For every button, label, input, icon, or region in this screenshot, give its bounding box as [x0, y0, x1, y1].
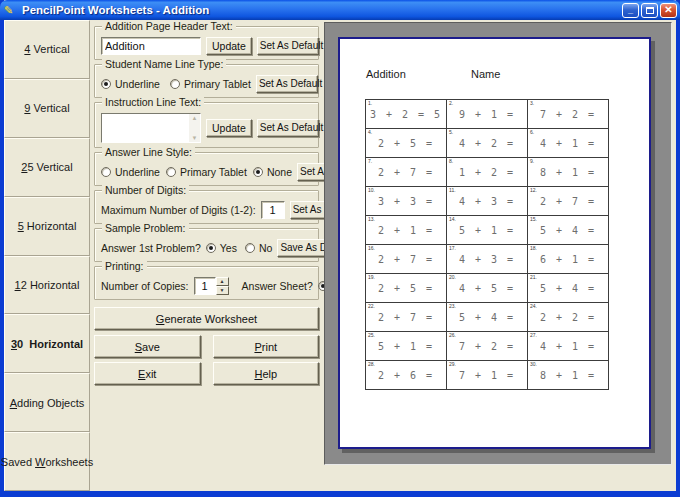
problem-number: 23.: [449, 303, 456, 309]
answer-first-problem-label: Answer 1st Problem?: [101, 242, 201, 254]
copies-label: Number of Copies:: [101, 280, 189, 292]
window-title: PencilPoint Worksheets - Addition: [22, 4, 622, 16]
problem-expression: 4 + 1 =: [540, 138, 596, 149]
problem-number: 24.: [530, 303, 537, 309]
radio-no[interactable]: No: [245, 242, 272, 254]
sidebar-item-label: 2 Horizontal: [21, 279, 80, 291]
copies-input[interactable]: [194, 277, 216, 295]
spinner-up-button[interactable]: ▲: [216, 277, 229, 286]
problem-expression: 8 + 1 =: [540, 370, 596, 381]
button-label: enerate Worksheet: [164, 313, 257, 325]
radio-primary-tablet[interactable]: Primary Tablet: [170, 78, 251, 90]
problem-expression: 5 + 1 =: [378, 341, 434, 352]
worksheet-problem: 30.8 + 1 =: [528, 361, 609, 390]
max-digits-label: Maximum Number of Digits (1-2):: [101, 204, 256, 216]
max-digits-input[interactable]: [261, 201, 285, 219]
printing-group: Printing: Number of Copies: ▲ ▼ Answer S…: [94, 266, 319, 300]
radio-circle-icon: [245, 243, 255, 253]
radio-underline[interactable]: Underline: [101, 166, 160, 178]
preview-area: Addition Name 1.3 + 2 = 52.9 + 1 =3.7 + …: [322, 20, 676, 491]
instruction-scrollbar[interactable]: ▲ ▼: [189, 114, 200, 142]
sidebar-item-9-vertical[interactable]: 9 Vertical: [4, 79, 90, 138]
problem-number: 13.: [368, 216, 375, 222]
help-button[interactable]: Help: [213, 362, 320, 385]
minimize-button[interactable]: _: [622, 3, 639, 18]
sidebar-item-label: 5 Vertical: [27, 161, 72, 173]
worksheet-problem: 1.3 + 2 = 5: [366, 100, 447, 129]
problem-expression: 5 + 4 =: [459, 312, 515, 323]
problem-number: 22.: [368, 303, 375, 309]
worksheet-problem: 10.3 + 3 =: [366, 187, 447, 216]
worksheet-problem: 6.4 + 1 =: [528, 129, 609, 158]
problem-expression: 2 + 1 =: [378, 225, 434, 236]
radio-primary-tablet[interactable]: Primary Tablet: [166, 166, 247, 178]
instruction-set-default-button[interactable]: Set As Default: [257, 119, 319, 137]
problem-expression: 7 + 2 =: [540, 109, 596, 120]
header-text-group: Addition Page Header Text: Update Set As…: [94, 26, 319, 60]
radio-label: Primary Tablet: [184, 78, 251, 90]
name-line-radio-group: UnderlinePrimary Tablet: [101, 78, 251, 90]
problem-number: 20.: [449, 274, 456, 280]
instruction-update-button[interactable]: Update: [206, 119, 252, 137]
worksheet-page: Addition Name 1.3 + 2 = 52.9 + 1 =3.7 + …: [338, 37, 651, 449]
instruction-text-input[interactable]: [102, 114, 189, 142]
problem-expression: 7 + 2 =: [459, 341, 515, 352]
number-of-digits-group: Number of Digits: Maximum Number of Digi…: [94, 190, 319, 224]
close-icon: ✕: [664, 5, 672, 15]
problem-expression: 2 + 5 =: [378, 283, 434, 294]
answer-line-radio-group: UnderlinePrimary TabletNone: [101, 166, 292, 178]
scroll-down-icon[interactable]: ▼: [192, 135, 198, 141]
title-bar: ✎ PencilPoint Worksheets - Addition _ ✕: [0, 0, 680, 20]
worksheet-problem: 3.7 + 2 =: [528, 100, 609, 129]
generate-worksheet-button[interactable]: Generate Worksheet: [94, 307, 319, 330]
worksheet-problem: 9.8 + 1 =: [528, 158, 609, 187]
worksheet-problem: 12.2 + 7 =: [528, 187, 609, 216]
header-update-button[interactable]: Update: [206, 37, 252, 55]
problem-expression: 3 + 2 = 5: [370, 109, 442, 120]
header-text-group-label: Addition Page Header Text:: [102, 20, 236, 32]
sidebar-item-label: orksheets: [45, 456, 93, 468]
radio-circle-icon: [170, 79, 180, 89]
name-line-set-default-button[interactable]: Set As Default: [256, 75, 318, 93]
radio-yes[interactable]: Yes: [206, 242, 237, 254]
sidebar-item-adding-objects[interactable]: Adding Objects: [4, 373, 90, 432]
sidebar-item-12-horizontal[interactable]: 12 Horizontal: [4, 256, 90, 315]
radio-underline[interactable]: Underline: [101, 78, 160, 90]
close-button[interactable]: ✕: [660, 3, 677, 18]
worksheet-problem: 22.2 + 7 =: [366, 303, 447, 332]
app-window: ✎ PencilPoint Worksheets - Addition _ ✕ …: [0, 0, 680, 497]
problem-expression: 3 + 3 =: [378, 196, 434, 207]
sidebar-item-30-horizontal[interactable]: 30 Horizontal: [4, 314, 90, 373]
button-accel: S: [135, 341, 142, 353]
spinner-down-button[interactable]: ▼: [216, 286, 229, 295]
save-button[interactable]: Save: [94, 335, 201, 358]
header-text-input[interactable]: [101, 37, 201, 55]
sidebar-item-label: Saved: [1, 456, 35, 468]
problem-number: 19.: [368, 274, 375, 280]
sidebar-item-saved-worksheets[interactable]: Saved Worksheets: [4, 432, 90, 491]
worksheet-problem: 20.4 + 5 =: [447, 274, 528, 303]
sidebar-item-4-vertical[interactable]: 4 Vertical: [4, 20, 90, 79]
sample-group-label: Sample Problem:: [102, 222, 189, 234]
problem-expression: 5 + 4 =: [540, 283, 596, 294]
sidebar-item-25-vertical[interactable]: 25 Vertical: [4, 138, 90, 197]
problem-number: 11.: [449, 187, 456, 193]
sidebar-item-5-horizontal[interactable]: 5 Horizontal: [4, 197, 90, 256]
maximize-button[interactable]: [641, 3, 658, 18]
problem-number: 8.: [449, 158, 453, 164]
exit-button[interactable]: Exit: [94, 362, 201, 385]
sidebar-item-label: dding Objects: [17, 397, 84, 409]
worksheet-problem: 7.2 + 7 =: [366, 158, 447, 187]
worksheet-problem: 13.2 + 1 =: [366, 216, 447, 245]
worksheet-problem: 29.7 + 1 =: [447, 361, 528, 390]
problem-expression: 9 + 1 =: [459, 109, 515, 120]
header-set-default-button[interactable]: Set As Default: [257, 37, 319, 55]
worksheet-problem: 8.1 + 2 =: [447, 158, 528, 187]
printing-group-label: Printing:: [102, 260, 147, 272]
worksheet-problem: 18.6 + 1 =: [528, 245, 609, 274]
scroll-up-icon[interactable]: ▲: [192, 115, 198, 121]
sidebar-item-label: Vertical: [30, 43, 69, 55]
worksheet-problem: 4.2 + 5 =: [366, 129, 447, 158]
radio-none[interactable]: None: [253, 166, 292, 178]
print-button[interactable]: Print: [213, 335, 320, 358]
